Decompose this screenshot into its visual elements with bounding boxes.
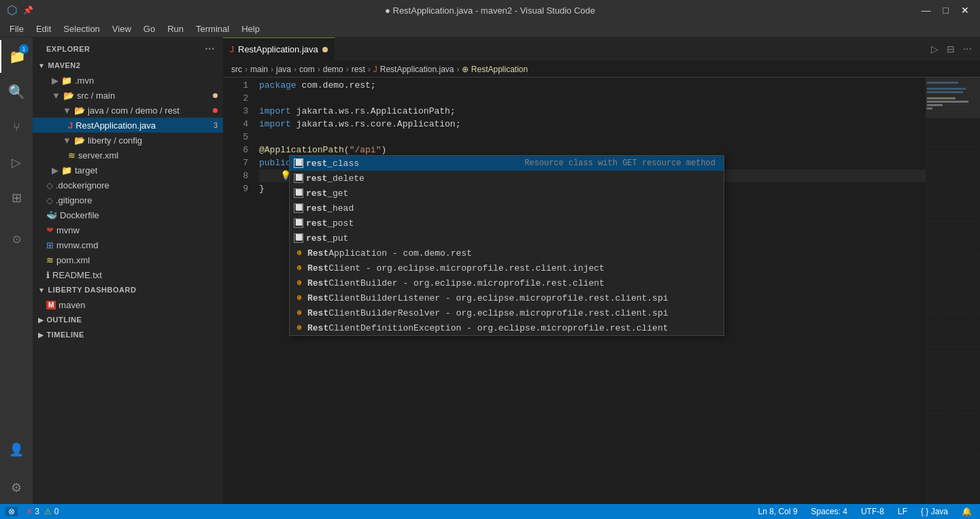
menu-file[interactable]: File [4, 22, 29, 35]
breadcrumb-filename[interactable]: RestApplication.java [380, 65, 454, 74]
mvnw-label: mvnw [56, 225, 80, 235]
close-button[interactable]: ✕ [957, 3, 973, 17]
tree-item-rest-application[interactable]: J RestApplication.java 3 [33, 118, 223, 133]
breadcrumb-main[interactable]: main [250, 65, 268, 74]
sidebar-header: Explorer ··· [33, 37, 223, 58]
statusbar-position[interactable]: Ln 8, Col 9 [756, 507, 800, 516]
statusbar-spaces[interactable]: Spaces: 4 [809, 507, 850, 516]
pom-icon: ≋ [46, 255, 54, 265]
statusbar-remote[interactable]: ⊗ [5, 507, 18, 516]
tab-bar: J RestApplication.java ▷ ⊟ ··· [223, 37, 980, 61]
search-activity-icon[interactable]: 🔍 [0, 76, 33, 108]
menu-selection[interactable]: Selection [58, 22, 105, 35]
more-tab-actions-icon[interactable]: ··· [960, 41, 975, 56]
tab-rest-application[interactable]: J RestApplication.java [223, 37, 335, 61]
menu-run[interactable]: Run [162, 22, 189, 35]
statusbar-line-ending[interactable]: LF [895, 507, 910, 516]
snippet-icon-1: ⬜ [294, 158, 303, 168]
ac-item-rest-delete[interactable]: ⬜ rest_delete [290, 171, 724, 186]
maven2-section[interactable]: ▼ MAVEN2 [33, 58, 223, 73]
menu-help[interactable]: Help [236, 22, 265, 35]
tree-item-pom-xml[interactable]: ≋ pom.xml [33, 252, 223, 267]
menu-terminal[interactable]: Terminal [190, 22, 235, 35]
menu-view[interactable]: View [107, 22, 137, 35]
maximize-button[interactable]: □ [939, 3, 953, 17]
snippet-icon-2: ⬜ [294, 173, 303, 183]
ac-item-rest-client[interactable]: ⊕ RestClient - org.eclipse.microprofile.… [290, 261, 724, 275]
minimap-content [926, 78, 980, 504]
extensions-activity-icon[interactable]: ⊞ [0, 182, 33, 214]
ac-item-rest-post[interactable]: ⬜ rest_post [290, 216, 724, 231]
timeline-section[interactable]: ▶ TIMELINE [33, 327, 223, 342]
tree-item-target[interactable]: ▶ 📁 target [33, 163, 223, 178]
run-file-icon[interactable]: ▷ [928, 42, 941, 56]
breadcrumb-class[interactable]: ⊕ RestApplication [462, 65, 528, 74]
account-activity-icon[interactable]: 👤 [0, 436, 33, 469]
statusbar-language[interactable]: { } Java [918, 507, 951, 516]
breadcrumb-src[interactable]: src [231, 65, 242, 74]
ac-match-6: rest_put [306, 232, 348, 245]
tree-item-server-xml[interactable]: ≋ server.xml [33, 148, 223, 163]
dockerignore-label: .dockerignore [56, 180, 109, 190]
ac-item-rest-get[interactable]: ⬜ rest_get [290, 186, 724, 201]
breadcrumb-demo[interactable]: demo [323, 65, 343, 74]
source-control-activity-icon[interactable]: ⑂ [0, 111, 33, 144]
ac-item-rest-head[interactable]: ⬜ rest_head [290, 201, 724, 216]
tree-item-java-path[interactable]: ▼ 📂 java / com / demo / rest [33, 103, 223, 118]
ac-item-rest-put[interactable]: ⬜ rest_put [290, 231, 724, 246]
ac-item-rest-client-builder-listener[interactable]: ⊕ RestClientBuilderListener - org.eclips… [290, 290, 724, 305]
sidebar-menu-icon[interactable]: ··· [205, 43, 215, 55]
ac-item-rest-client-def-exception[interactable]: ⊕ RestClientDefinitionException - org.ec… [290, 320, 724, 335]
gitignore-icon: ◇ [46, 195, 53, 205]
remote-activity-icon[interactable]: ⊙ [0, 222, 33, 255]
tree-item-src-main[interactable]: ▼ 📂 src / main [33, 88, 223, 103]
breadcrumb-file[interactable]: J [373, 65, 377, 74]
ac-item-rest-client-builder-resolver[interactable]: ⊕ RestClientBuilderResolver - org.eclips… [290, 305, 724, 320]
outline-section[interactable]: ▶ OUTLINE [33, 312, 223, 327]
server-xml-label: server.xml [78, 150, 118, 161]
liberty-dashboard-section[interactable]: ▼ LIBERTY DASHBOARD [33, 282, 223, 297]
class-icon-7: ⊕ [294, 248, 305, 258]
code-line-4: import jakarta.ws.rs.core.Application; [259, 118, 926, 131]
breadcrumb-com[interactable]: com [299, 65, 315, 74]
maven-label: maven [58, 300, 85, 310]
tree-item-dockerfile[interactable]: 🐳 Dockerfile [33, 207, 223, 222]
tree-item-mvn[interactable]: ▶ 📁 .mvn [33, 73, 223, 88]
liberty-config-label: liberty / config [88, 135, 142, 146]
autocomplete-dropdown[interactable]: ⬜ rest_class Resource class with GET res… [289, 155, 724, 336]
ac-item-rest-client-builder[interactable]: ⊕ RestClientBuilder - org.eclipse.microp… [290, 275, 724, 290]
settings-activity-icon[interactable]: ⚙ [0, 471, 33, 504]
tree-item-readme[interactable]: ℹ README.txt [33, 267, 223, 282]
ac-item-rest-class[interactable]: ⬜ rest_class Resource class with GET res… [290, 156, 724, 171]
window-controls: — □ ✕ [917, 3, 973, 17]
statusbar-encoding[interactable]: UTF-8 [858, 507, 887, 516]
ac-item-rest-application[interactable]: ⊕ RestApplication - com.demo.rest [290, 246, 724, 261]
rest-application-badge: 3 [214, 121, 218, 129]
pin-icon[interactable]: 📌 [23, 5, 33, 15]
tree-item-gitignore[interactable]: ◇ .gitignore [33, 192, 223, 207]
src-chevron-icon: ▼ [52, 90, 61, 101]
tree-item-dockerignore[interactable]: ◇ .dockerignore [33, 178, 223, 192]
rest-application-label: RestApplication.java [75, 120, 156, 131]
statusbar-notifications[interactable]: 🔔 [959, 507, 975, 516]
minimize-button[interactable]: — [917, 3, 935, 17]
code-line-2 [259, 92, 926, 105]
split-editor-icon[interactable]: ⊟ [944, 42, 958, 56]
code-editor[interactable]: package com.demo.rest; import jakarta.ws… [254, 78, 926, 504]
breadcrumb-rest[interactable]: rest [352, 65, 365, 74]
tree-item-liberty-config[interactable]: ▼ 📂 liberty / config [33, 133, 223, 148]
breadcrumb-java[interactable]: java [276, 65, 291, 74]
tree-item-mvnw-cmd[interactable]: ⊞ mvnw.cmd [33, 237, 223, 252]
tree-item-mvnw[interactable]: ❤ mvnw [33, 222, 223, 237]
menu-go[interactable]: Go [138, 22, 160, 35]
ac-detail-1: Resource class with GET resource method [524, 157, 720, 170]
timeline-chevron: ▶ [38, 331, 44, 339]
explorer-activity-icon[interactable]: 📁 1 [0, 40, 33, 73]
run-activity-icon[interactable]: ▷ [0, 146, 33, 179]
titlebar-left: ⬡ 📌 [7, 3, 33, 18]
menu-edit[interactable]: Edit [31, 22, 56, 35]
class-icon-8: ⊕ [294, 263, 305, 273]
tree-item-maven[interactable]: M maven [33, 297, 223, 312]
editor-content[interactable]: 1 2 3 4 5 6 7 8 9 package com.demo.rest; [223, 78, 980, 504]
statusbar-errors[interactable]: ✕ 3 ⚠ 0 [23, 507, 61, 516]
